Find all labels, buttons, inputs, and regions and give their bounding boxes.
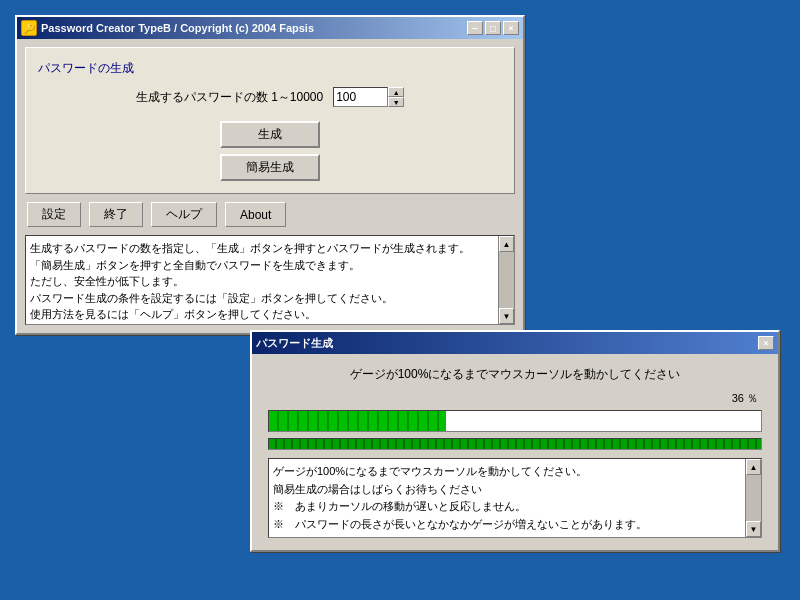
number-input[interactable] bbox=[333, 87, 388, 107]
about-button[interactable]: About bbox=[225, 202, 286, 227]
number-input-group: ▲ ▼ bbox=[333, 87, 404, 107]
main-progress-fill bbox=[269, 411, 446, 431]
generate-buttons: 生成 簡易生成 bbox=[38, 121, 502, 181]
progress-close-button[interactable]: × bbox=[758, 336, 774, 350]
progress-titlebar-controls: × bbox=[758, 336, 774, 350]
spinner: ▲ ▼ bbox=[388, 87, 404, 107]
titlebar-controls: − □ × bbox=[467, 21, 519, 35]
easy-generate-button[interactable]: 簡易生成 bbox=[220, 154, 320, 181]
number-label: 生成するパスワードの数 1～10000 bbox=[136, 89, 323, 106]
spin-up-button[interactable]: ▲ bbox=[388, 87, 404, 97]
progress-percent: 36 ％ bbox=[268, 391, 762, 406]
main-window-title: Password Creator TypeB / Copyright (c) 2… bbox=[41, 22, 314, 34]
scroll-track bbox=[499, 252, 514, 308]
main-progress-bar bbox=[268, 410, 762, 432]
spin-down-button[interactable]: ▼ bbox=[388, 97, 404, 107]
secondary-progress-bar bbox=[268, 438, 762, 450]
section-title: パスワードの生成 bbox=[38, 60, 502, 77]
progress-text-area: ゲージが100%になるまでマウスカーソルを動かしてください。 簡易生成の場合はし… bbox=[268, 458, 762, 538]
help-button[interactable]: ヘルプ bbox=[151, 202, 217, 227]
generate-button[interactable]: 生成 bbox=[220, 121, 320, 148]
quit-button[interactable]: 終了 bbox=[89, 202, 143, 227]
settings-button[interactable]: 設定 bbox=[27, 202, 81, 227]
app-icon: 🔑 bbox=[21, 20, 37, 36]
secondary-progress-fill bbox=[269, 439, 761, 449]
description-box: 生成するパスワードの数を指定し、「生成」ボタンを押すとパスワードが生成されます。… bbox=[25, 235, 515, 325]
progress-window-title: パスワード生成 bbox=[256, 336, 333, 351]
minimize-button[interactable]: − bbox=[467, 21, 483, 35]
scroll-down-button[interactable]: ▼ bbox=[499, 308, 514, 324]
titlebar-left: 🔑 Password Creator TypeB / Copyright (c)… bbox=[21, 20, 314, 36]
description-scrollbar: ▲ ▼ bbox=[498, 236, 514, 324]
progress-titlebar: パスワード生成 × bbox=[252, 332, 778, 354]
scroll-up-button[interactable]: ▲ bbox=[499, 236, 514, 252]
progress-text: ゲージが100%になるまでマウスカーソルを動かしてください。 簡易生成の場合はし… bbox=[269, 459, 745, 537]
progress-window: パスワード生成 × ゲージが100%になるまでマウスカーソルを動かしてください … bbox=[250, 330, 780, 552]
description-text: 生成するパスワードの数を指定し、「生成」ボタンを押すとパスワードが生成されます。… bbox=[26, 236, 498, 324]
close-button[interactable]: × bbox=[503, 21, 519, 35]
progress-content: ゲージが100%になるまでマウスカーソルを動かしてください 36 ％ ゲージが1… bbox=[252, 354, 778, 550]
progress-scrollbar: ▲ ▼ bbox=[745, 459, 761, 537]
toolbar-row: 設定 終了 ヘルプ About bbox=[25, 202, 515, 227]
generation-section: パスワードの生成 生成するパスワードの数 1～10000 ▲ ▼ 生成 簡易生成 bbox=[25, 47, 515, 194]
progress-scroll-up[interactable]: ▲ bbox=[746, 459, 761, 475]
progress-titlebar-left: パスワード生成 bbox=[256, 336, 333, 351]
progress-instruction: ゲージが100%になるまでマウスカーソルを動かしてください bbox=[268, 366, 762, 383]
progress-scroll-down[interactable]: ▼ bbox=[746, 521, 761, 537]
maximize-button[interactable]: □ bbox=[485, 21, 501, 35]
main-window-content: パスワードの生成 生成するパスワードの数 1～10000 ▲ ▼ 生成 簡易生成… bbox=[17, 39, 523, 333]
main-titlebar: 🔑 Password Creator TypeB / Copyright (c)… bbox=[17, 17, 523, 39]
main-window: 🔑 Password Creator TypeB / Copyright (c)… bbox=[15, 15, 525, 335]
progress-scroll-track bbox=[746, 475, 761, 521]
number-row: 生成するパスワードの数 1～10000 ▲ ▼ bbox=[38, 87, 502, 107]
